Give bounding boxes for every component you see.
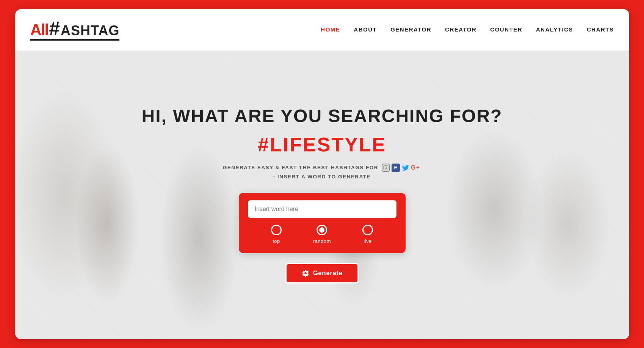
svg-point-2 [387,166,387,167]
hero-heading: HI, WHAT ARE YOU SEARCHING FOR? [142,106,503,126]
hero-subtext-line2: - INSERT A WORD TO GENERATE [273,174,371,180]
radio-option-live[interactable]: live [362,225,373,244]
search-input-wrapper [248,200,396,218]
main-frame: All # ASHTAG HOME ABOUT GENERATOR CREATO… [15,9,629,339]
hero-hashtag: #LIFESTYLE [258,134,386,156]
nav-item-creator[interactable]: CREATOR [445,26,476,33]
nav-item-analytics[interactable]: ANALYTICS [536,26,573,33]
search-box: top random live [239,193,406,253]
hero-content: HI, WHAT ARE YOU SEARCHING FOR? #LIFESTY… [15,91,629,299]
svg-rect-0 [384,165,388,170]
nav-link-analytics[interactable]: ANALYTICS [536,26,573,33]
navbar: All # ASHTAG HOME ABOUT GENERATOR CREATO… [15,9,629,51]
twitter-icon [401,164,410,172]
facebook-icon: f [392,164,400,172]
nav-item-about[interactable]: ABOUT [354,26,377,33]
hero-subtext: GENERATE EASY & FAST THE BEST HASHTAGS F… [223,163,421,182]
search-input[interactable] [255,206,390,213]
nav-link-about[interactable]: ABOUT [354,26,377,33]
svg-point-1 [385,167,387,169]
logo-hash-text: # [49,19,60,38]
logo-all-text: All [30,22,49,38]
radio-group: top random live [248,225,396,244]
radio-circle-top[interactable] [271,225,282,235]
radio-option-random[interactable]: random [313,225,331,244]
social-icons: f g+ [382,164,420,172]
nav-item-charts[interactable]: CHARTS [587,26,614,33]
radio-label-top: top [273,238,280,244]
nav-link-counter[interactable]: COUNTER [490,26,522,33]
gear-icon [302,269,309,277]
radio-option-top[interactable]: top [271,225,282,244]
radio-circle-random[interactable] [317,225,327,235]
hero-section: HI, WHAT ARE YOU SEARCHING FOR? #LIFESTY… [15,51,629,339]
logo-ashtag-text: ASHTAG [61,24,119,38]
generate-button[interactable]: Generate [285,263,359,283]
nav-item-counter[interactable]: COUNTER [490,26,522,33]
nav-link-creator[interactable]: CREATOR [445,26,476,33]
nav-item-generator[interactable]: GENERATOR [390,26,431,33]
radio-label-live: live [364,238,372,244]
logo-underline [30,39,120,41]
hero-subtext-line1: GENERATE EASY & FAST THE BEST HASHTAGS F… [223,165,378,170]
generate-label: Generate [313,269,343,277]
radio-label-random: random [313,238,331,244]
nav-link-charts[interactable]: CHARTS [587,26,614,33]
nav-link-home[interactable]: HOME [321,26,340,33]
nav-link-generator[interactable]: GENERATOR [390,26,431,33]
googleplus-icon: g+ [411,164,420,172]
radio-circle-live[interactable] [362,225,373,235]
instagram-icon [382,164,390,172]
nav-item-home[interactable]: HOME [321,26,340,33]
logo[interactable]: All # ASHTAG [30,19,120,41]
nav-links: HOME ABOUT GENERATOR CREATOR COUNTER ANA… [321,26,614,33]
